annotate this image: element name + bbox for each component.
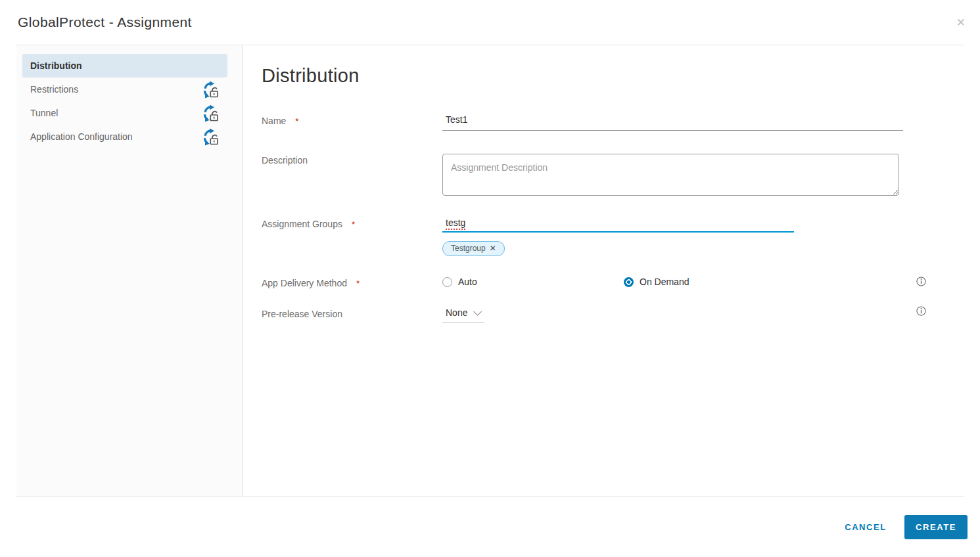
- select-value: None: [446, 307, 467, 318]
- app-delivery-method-label: App Delivery Method*: [262, 277, 442, 288]
- name-label: Name*: [262, 114, 442, 126]
- radio-label: Auto: [458, 277, 477, 287]
- radio-label: On Demand: [640, 277, 689, 287]
- chip-label: Testgroup: [451, 244, 486, 253]
- sidebar-item-label: Tunnel: [30, 108, 58, 118]
- app-delivery-method-row: App Delivery Method* Auto On Demand: [262, 277, 980, 288]
- dialog-footer: CANCEL CREATE: [0, 497, 980, 557]
- required-asterisk: *: [295, 116, 298, 126]
- page-title: Distribution: [262, 65, 980, 87]
- dialog-sidebar: Distribution Restrictions: [16, 45, 243, 496]
- sidebar-item-label: Restrictions: [30, 84, 78, 95]
- pre-release-version-select[interactable]: None: [442, 307, 484, 323]
- assignment-groups-input[interactable]: testg: [442, 217, 794, 233]
- name-input[interactable]: [442, 114, 903, 131]
- globalprotect-assignment-dialog: GlobalProtect - Assignment ✕ Distributio…: [0, 0, 980, 557]
- sidebar-item-application-configuration[interactable]: Application Configuration: [22, 125, 227, 148]
- pre-release-version-row: Pre-release Version None: [262, 307, 980, 323]
- dialog-title: GlobalProtect - Assignment: [18, 14, 192, 30]
- radio-option-on-demand[interactable]: On Demand: [624, 277, 689, 287]
- distribution-panel: Distribution Name* Description Assignmen…: [243, 45, 980, 496]
- sidebar-item-label: Distribution: [30, 60, 82, 71]
- sidebar-item-label: Application Configuration: [30, 131, 133, 142]
- assignment-groups-label: Assignment Groups*: [262, 217, 442, 229]
- group-chip-testgroup[interactable]: Testgroup ✕: [442, 241, 505, 256]
- chevron-down-icon: [474, 307, 482, 316]
- cancel-button[interactable]: CANCEL: [845, 522, 887, 532]
- required-asterisk: *: [356, 278, 360, 288]
- app-delivery-radio-group: Auto On Demand: [442, 277, 689, 287]
- create-button[interactable]: CREATE: [904, 515, 968, 539]
- radio-option-auto[interactable]: Auto: [442, 277, 624, 287]
- typed-query: testg: [446, 217, 465, 230]
- description-label: Description: [262, 154, 442, 166]
- required-asterisk: *: [352, 219, 355, 229]
- sync-unlock-icon: [202, 104, 220, 122]
- chip-remove-icon[interactable]: ✕: [490, 244, 496, 253]
- radio-unselected-icon[interactable]: [442, 277, 452, 287]
- sidebar-item-distribution[interactable]: Distribution: [22, 54, 227, 78]
- radio-selected-icon[interactable]: [624, 277, 634, 287]
- description-row: Description: [262, 154, 980, 196]
- sync-unlock-icon: [202, 81, 220, 99]
- dialog-titlebar: GlobalProtect - Assignment ✕: [0, 0, 980, 45]
- info-icon[interactable]: [916, 277, 926, 286]
- close-icon[interactable]: ✕: [955, 16, 967, 30]
- sidebar-item-tunnel[interactable]: Tunnel: [22, 101, 227, 125]
- sidebar-item-restrictions[interactable]: Restrictions: [22, 78, 227, 101]
- info-icon[interactable]: [916, 306, 926, 316]
- pre-release-version-label: Pre-release Version: [262, 307, 442, 319]
- description-textarea[interactable]: [442, 154, 899, 196]
- assignment-groups-row: Assignment Groups* testg Testgroup ✕: [262, 217, 980, 256]
- name-row: Name*: [262, 114, 980, 131]
- sync-unlock-icon: [202, 128, 220, 146]
